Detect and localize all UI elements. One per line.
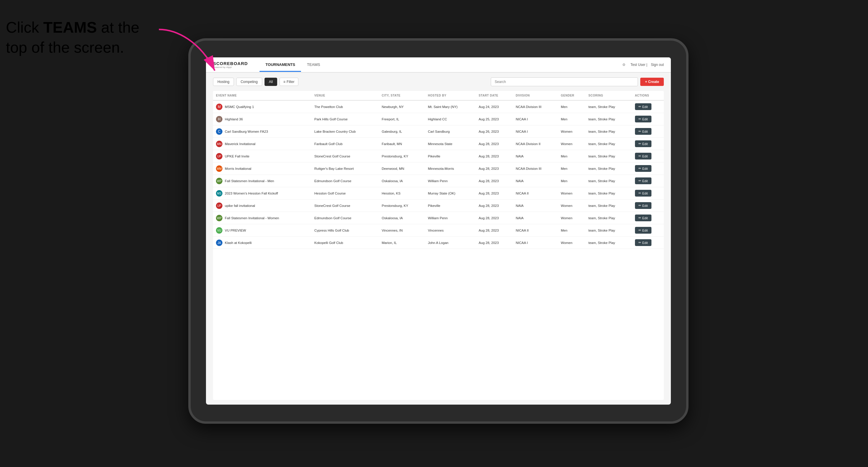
edit-button[interactable]: ✏ Edit [635, 190, 651, 196]
city-state-cell: Prestonsburg, KY [379, 150, 425, 162]
gear-icon[interactable]: ⚙ [621, 62, 627, 68]
city-state-cell: Hesston, KS [379, 187, 425, 199]
search-input[interactable] [491, 77, 638, 86]
edit-button[interactable]: ✏ Edit [635, 227, 651, 234]
city-state-cell: Oskaloosa, IA [379, 175, 425, 187]
edit-button[interactable]: ✏ Edit [635, 165, 651, 172]
create-button[interactable]: + Create [640, 78, 664, 86]
hosted-by-cell: Vincennes [425, 224, 475, 237]
edit-button[interactable]: ✏ Edit [635, 128, 651, 135]
col-gender: GENDER [558, 91, 586, 100]
hosted-by-cell: John A Logan [425, 237, 475, 249]
edit-icon: ✏ [639, 241, 641, 245]
venue-cell: Faribault Golf Club [311, 138, 379, 150]
gender-cell: Women [558, 125, 586, 138]
hosted-by-cell: Mt. Saint Mary (NY) [425, 100, 475, 113]
svg-text:H: H [218, 117, 221, 121]
division-cell: NAIA [513, 175, 558, 187]
edit-button[interactable]: ✏ Edit [635, 116, 651, 122]
actions-cell: ✏ Edit [632, 212, 664, 224]
hosted-by-cell: Murray State (OK) [425, 187, 475, 199]
start-date-cell: Aug 28, 2023 [476, 162, 513, 175]
competing-button[interactable]: Competing [236, 78, 262, 86]
hosted-by-cell: Minnesota State [425, 138, 475, 150]
start-date-cell: Aug 28, 2023 [476, 175, 513, 187]
edit-label: Edit [642, 167, 648, 170]
event-name-cell: MM Morris Invitational [213, 162, 311, 175]
nav-tournaments[interactable]: TOURNAMENTS [259, 58, 301, 72]
scoring-cell: team, Stroke Play [586, 237, 632, 249]
team-icon: UP [216, 203, 222, 209]
col-start-date: START DATE [476, 91, 513, 100]
edit-button[interactable]: ✏ Edit [635, 103, 651, 110]
venue-cell: Park Hills Golf Course [311, 113, 379, 125]
edit-button[interactable]: ✏ Edit [635, 141, 651, 147]
team-icon: M [216, 103, 222, 110]
tournaments-table: EVENT NAME VENUE CITY, STATE HOSTED BY S… [213, 91, 664, 400]
team-icon: H [216, 116, 222, 122]
hosted-by-cell: Carl Sandburg [425, 125, 475, 138]
venue-cell: Kokopelli Golf Club [311, 237, 379, 249]
col-actions: ACTIONS [632, 91, 664, 100]
col-venue: VENUE [311, 91, 379, 100]
venue-cell: The Powelton Club [311, 100, 379, 113]
edit-button[interactable]: ✏ Edit [635, 178, 651, 184]
edit-button[interactable]: ✏ Edit [635, 215, 651, 221]
team-icon: VU [216, 227, 222, 234]
scoring-cell: team, Stroke Play [586, 138, 632, 150]
city-state-cell: Prestonsburg, KY [379, 199, 425, 212]
nav-teams[interactable]: TEAMS [301, 58, 326, 72]
venue-cell: Edmundson Golf Course [311, 212, 379, 224]
actions-cell: ✏ Edit [632, 125, 664, 138]
event-name: upike fall invitational [225, 204, 255, 208]
table-row: UP UPKE Fall Invite StoneCrest Golf Cour… [213, 150, 664, 162]
signout-link[interactable]: Sign out [651, 63, 664, 67]
tablet-frame: SCOREBOARD Powered by clippt TOURNAMENTS… [188, 38, 688, 424]
table-row: C Carl Sandburg Women FA23 Lake Bracken … [213, 125, 664, 138]
svg-text:MN: MN [217, 143, 222, 146]
svg-text:UP: UP [217, 155, 221, 158]
actions-cell: ✏ Edit [632, 224, 664, 237]
venue-cell: Edmundson Golf Course [311, 175, 379, 187]
edit-label: Edit [642, 142, 648, 146]
division-cell: NAIA [513, 150, 558, 162]
scoring-cell: team, Stroke Play [586, 212, 632, 224]
svg-text:MM: MM [217, 167, 222, 170]
svg-text:VU: VU [217, 229, 221, 232]
actions-cell: ✏ Edit [632, 150, 664, 162]
team-icon: MM [216, 165, 222, 172]
instruction-line1: Click TEAMS at the [6, 19, 140, 36]
filter-button[interactable]: ≡ Filter [280, 78, 298, 86]
edit-button[interactable]: ✏ Edit [635, 153, 651, 159]
filter-icon: ≡ [283, 80, 285, 84]
event-name: 2023 Women's Hesston Fall Kickoff [225, 192, 278, 195]
event-name: MSMC Qualifying 1 [225, 105, 254, 108]
event-name-cell: M MSMC Qualifying 1 [213, 100, 311, 113]
hosted-by-cell: Minnesota-Morris [425, 162, 475, 175]
edit-icon: ✏ [639, 204, 641, 208]
event-name-cell: WP Fall Statesmen Invitational - Men [213, 175, 311, 187]
gender-cell: Men [558, 100, 586, 113]
edit-label: Edit [642, 229, 648, 232]
edit-button[interactable]: ✏ Edit [635, 239, 651, 246]
edit-button[interactable]: ✏ Edit [635, 202, 651, 209]
nav-right: ⚙ Test User | Sign out [621, 62, 664, 68]
division-cell: NICAA I [513, 125, 558, 138]
hosted-by-cell: William Penn [425, 212, 475, 224]
event-name-cell: UP UPKE Fall Invite [213, 150, 311, 162]
event-name: Carl Sandburg Women FA23 [225, 130, 268, 133]
gender-cell: Men [558, 175, 586, 187]
scoring-cell: team, Stroke Play [586, 175, 632, 187]
all-button[interactable]: All [265, 78, 277, 86]
filter-bar: Hosting Competing All ≡ Filter + Create [213, 77, 664, 86]
edit-icon: ✏ [639, 228, 641, 232]
event-name-cell: WP Fall Statesmen Invitational - Women [213, 212, 311, 224]
edit-icon: ✏ [639, 117, 641, 121]
table-row: JA Klash at Kokopelli Kokopelli Golf Clu… [213, 237, 664, 249]
table-row: MS 2023 Women's Hesston Fall Kickoff Hes… [213, 187, 664, 199]
gender-cell: Women [558, 237, 586, 249]
event-name: Morris Invitational [225, 167, 251, 170]
filter-label: Filter [287, 80, 294, 84]
teams-bold: TEAMS [43, 19, 97, 36]
team-icon: C [216, 128, 222, 135]
